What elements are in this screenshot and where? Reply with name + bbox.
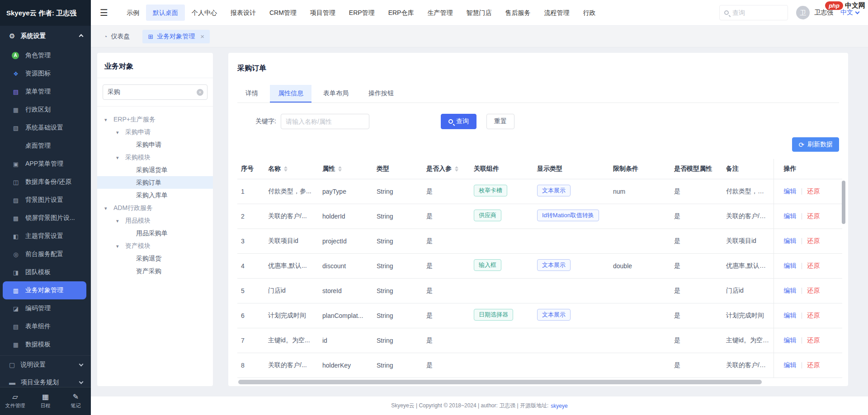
open-source-link[interactable]: skyeye (551, 403, 567, 409)
restore-link[interactable]: 还原 (807, 237, 820, 244)
sidebar-item-app-menu-management[interactable]: ▣ APP菜单管理 (0, 155, 91, 173)
role-icon: A (12, 52, 19, 59)
nav-tab-after-sales[interactable]: 售后服务 (498, 5, 537, 21)
sort-icon[interactable] (455, 166, 458, 172)
avatar[interactable]: 卫 (796, 6, 810, 19)
nav-tab-erp-warehouse[interactable]: ERP仓库 (382, 5, 421, 21)
nav-tab-project[interactable]: 项目管理 (303, 5, 342, 21)
tab-action-buttons[interactable]: 操作按钮 (360, 85, 402, 103)
sidebar-section-project-business-plan[interactable]: ▬ 项目业务规划 (0, 373, 91, 387)
region-icon: ▦ (12, 107, 20, 113)
tree-node-purchase-module[interactable]: ▾采购模块 (97, 151, 213, 163)
nav-tab-default-desktop[interactable]: 默认桌面 (146, 5, 185, 21)
nav-tab-production[interactable]: 生产管理 (420, 5, 459, 21)
sidebar-item-team-template[interactable]: ◨ 团队模板 (0, 263, 91, 281)
col-header-attr[interactable]: 属性 (319, 159, 373, 179)
restore-link[interactable]: 还原 (807, 212, 820, 219)
tree-node-adm-service[interactable]: ▾ADM行政服务 (97, 201, 213, 214)
restore-link[interactable]: 还原 (807, 262, 820, 269)
sidebar-item-lockscreen-background[interactable]: ▩ 锁屏背景图片设... (0, 209, 91, 227)
restore-link[interactable]: 还原 (807, 361, 820, 368)
file-management-button[interactable]: ▱ 文件管理 (0, 387, 30, 415)
global-search-input[interactable] (732, 9, 783, 16)
caret-down-icon: ▾ (116, 240, 125, 252)
tab-business-object-management[interactable]: ⊞ 业务对象管理 × (142, 30, 210, 43)
nav-tab-report-design[interactable]: 报表设计 (224, 5, 263, 21)
sidebar-item-label: 系统基础设置 (25, 124, 63, 132)
sidebar-item-background-image-settings[interactable]: ▨ 背景图片设置 (0, 191, 91, 209)
edit-link[interactable]: 编辑 (784, 287, 797, 294)
nav-tab-smart-store[interactable]: 智慧门店 (459, 5, 498, 21)
restore-link[interactable]: 还原 (807, 312, 820, 319)
tree-node-purchase-return[interactable]: 采购退货 (97, 252, 213, 265)
keyword-input[interactable] (281, 114, 369, 129)
sidebar-item-admin-region[interactable]: ▦ 行政区划 (0, 101, 91, 119)
refresh-data-button[interactable]: ⟳ 刷新数据 (792, 137, 839, 152)
tree-node-purchase-return-order[interactable]: 采购退货单 (97, 163, 213, 176)
tree-node-supplies-purchase-order[interactable]: 用品采购单 (97, 227, 213, 239)
sidebar-item-business-object-management[interactable]: ▥ 业务对象管理 (3, 281, 86, 299)
schedule-button[interactable]: ▦ 日程 (30, 387, 61, 415)
sidebar-section-system-settings[interactable]: ⚙ 系统设置 (0, 26, 91, 47)
sidebar-item-data-template[interactable]: ▦ 数据模板 (0, 336, 91, 354)
nav-tab-personal-center[interactable]: 个人中心 (185, 5, 224, 21)
nav-tab-crm[interactable]: CRM管理 (263, 5, 303, 21)
edit-link[interactable]: 编辑 (784, 312, 797, 319)
reset-button[interactable]: 重置 (486, 114, 514, 129)
restore-link[interactable]: 还原 (807, 187, 820, 195)
edit-link[interactable]: 编辑 (784, 361, 797, 368)
edit-link[interactable]: 编辑 (784, 187, 797, 195)
collapse-sidebar-icon[interactable]: ☰ (100, 7, 108, 18)
tree-node-asset-purchase[interactable]: 资产采购 (97, 265, 213, 277)
caret-down-icon: ▾ (116, 214, 125, 227)
sort-icon[interactable] (284, 166, 288, 172)
sidebar: Skyeye云 作者: 卫志强 ⚙ 系统设置 A 角色管理 ❖ 资源图标 ▤ 菜… (0, 0, 91, 415)
global-search-box[interactable] (719, 5, 788, 20)
close-icon[interactable]: × (200, 33, 204, 40)
sidebar-item-form-component[interactable]: ▤ 表单组件 (0, 317, 91, 336)
sidebar-item-resource-icons[interactable]: ❖ 资源图标 (0, 65, 91, 83)
tree-node-purchase-inbound-order[interactable]: 采购入库单 (97, 189, 213, 201)
sort-icon[interactable] (338, 166, 342, 172)
search-button[interactable]: 查询 (441, 114, 476, 129)
tree-search-input[interactable] (103, 84, 208, 100)
col-header-name[interactable]: 名称 (264, 159, 319, 179)
sidebar-item-system-base-settings[interactable]: ▧ 系统基础设置 (0, 119, 91, 137)
sidebar-item-desktop-management[interactable]: 桌面管理 (0, 137, 91, 155)
col-header-in-param[interactable]: 是否入参 (423, 159, 470, 179)
nav-tab-process[interactable]: 流程管理 (537, 5, 576, 21)
edit-link[interactable]: 编辑 (784, 237, 797, 244)
tree-node-erp-production[interactable]: ▾ERP+生产服务 (97, 113, 213, 126)
clear-icon[interactable]: × (197, 89, 203, 96)
edit-link[interactable]: 编辑 (784, 212, 797, 219)
sidebar-item-encode-management[interactable]: ◪ 编码管理 (0, 299, 91, 317)
restore-link[interactable]: 还原 (807, 336, 820, 344)
restore-link[interactable]: 还原 (807, 287, 820, 294)
sidebar-item-db-backup-restore[interactable]: ◫ 数据库备份/还原 (0, 173, 91, 191)
sidebar-item-frontend-service-config[interactable]: ◎ 前台服务配置 (0, 245, 91, 263)
nav-tab-example[interactable]: 示例 (120, 5, 146, 21)
tree-node-purchase-request-group[interactable]: ▾采购申请 (97, 126, 213, 138)
tree-node-supplies-module[interactable]: ▾用品模块 (97, 214, 213, 227)
nav-tab-administration[interactable]: 行政 (576, 5, 602, 21)
sidebar-item-role-management[interactable]: A 角色管理 (0, 47, 91, 65)
tree-node-asset-module[interactable]: ▾资产模块 (97, 239, 213, 252)
horizontal-scrollbar[interactable] (237, 380, 839, 384)
sidebar-item-menu-management[interactable]: ▤ 菜单管理 (0, 83, 91, 101)
tab-dashboard[interactable]: ◔ 仪表盘 (98, 30, 135, 43)
tab-attribute-info[interactable]: 属性信息 (270, 85, 311, 103)
edit-link[interactable]: 编辑 (784, 336, 797, 344)
col-header-actions: 操作 (774, 159, 842, 179)
vertical-scrollbar-thumb[interactable] (842, 181, 845, 224)
sidebar-section-label: 说明设置 (20, 361, 46, 369)
sidebar-item-theme-background[interactable]: ◧ 主题背景设置 (0, 227, 91, 245)
tab-form-layout[interactable]: 表单布局 (315, 85, 357, 103)
tree-node-purchase-order[interactable]: 采购订单 (97, 176, 213, 189)
horizontal-scrollbar-thumb[interactable] (238, 380, 762, 384)
tab-detail[interactable]: 详情 (237, 85, 266, 103)
tree-node-purchase-request[interactable]: 采购申请 (97, 138, 213, 151)
edit-link[interactable]: 编辑 (784, 262, 797, 269)
nav-tab-erp[interactable]: ERP管理 (342, 5, 382, 21)
notes-button[interactable]: ✎ 笔记 (61, 387, 91, 415)
sidebar-section-note-settings[interactable]: ▢ 说明设置 (0, 355, 91, 373)
